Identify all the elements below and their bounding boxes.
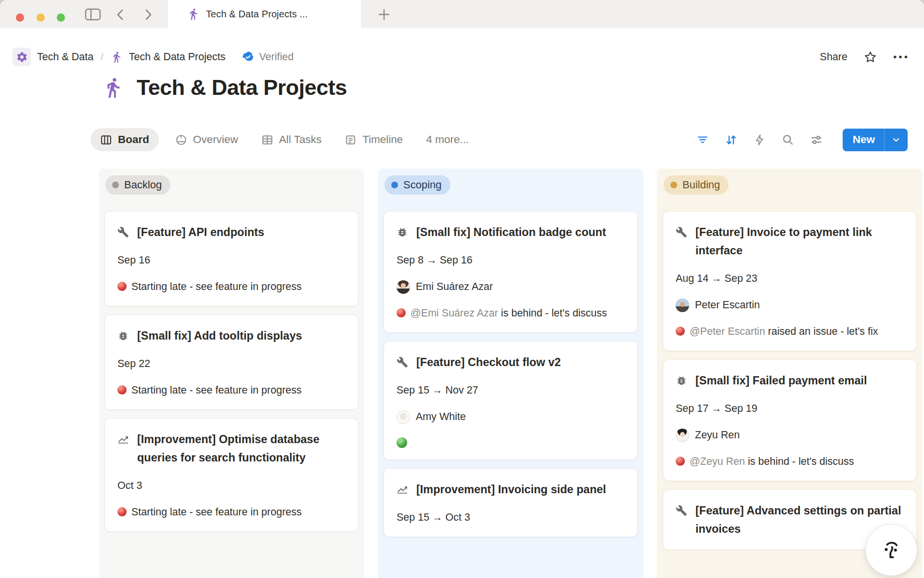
column-backlog: Backlog [Feature] API endpoints Sep 16 S…: [99, 169, 364, 578]
card-title: [Feature] Invoice to payment link interf…: [695, 223, 904, 260]
search-icon[interactable]: [782, 133, 794, 146]
more-views-button[interactable]: 4 more...: [426, 133, 469, 146]
page-header: Tech & Data Projects: [102, 75, 347, 100]
automation-lightning-icon[interactable]: [754, 134, 766, 146]
breadcrumb-page[interactable]: Tech & Data Projects: [129, 51, 226, 63]
sidebar-toggle-icon[interactable]: [85, 8, 101, 21]
kanban-board: Backlog [Feature] API endpoints Sep 16 S…: [99, 169, 923, 578]
view-tab-timeline[interactable]: Timeline: [345, 133, 403, 146]
task-card[interactable]: [Improvement] Invoicing side panel Sep 1…: [384, 468, 638, 537]
card-date: Sep 15 → Oct 3: [397, 510, 625, 525]
board-icon: [100, 134, 112, 146]
wrench-icon: [397, 356, 408, 368]
new-button[interactable]: New: [843, 133, 884, 146]
task-card[interactable]: [Small fix] Add tooltip displays Sep 22 …: [104, 315, 359, 410]
workspace-chip[interactable]: [13, 48, 31, 66]
status-pill-backlog[interactable]: Backlog: [105, 175, 170, 195]
view-tabs: Board Overview All Tasks Timeline 4 more…: [90, 128, 469, 151]
top-bar: Tech & Data / Tech & Data Projects Verif…: [13, 44, 910, 69]
close-window-button[interactable]: [16, 13, 24, 22]
status-dot: [112, 182, 119, 188]
task-card[interactable]: [Small fix] Notification badge count Sep…: [384, 211, 638, 333]
forward-chevron-icon[interactable]: [143, 9, 154, 21]
red-status-icon: [117, 282, 127, 291]
card-date: Sep 22: [117, 356, 346, 371]
column-building: Building [Feature] Invoice to payment li…: [657, 169, 923, 578]
view-tab-all-tasks[interactable]: All Tasks: [261, 133, 321, 146]
avatar: [397, 280, 410, 294]
avatar: [397, 410, 410, 424]
minimize-window-button[interactable]: [37, 13, 45, 22]
chevron-down-icon: [891, 135, 901, 144]
task-card[interactable]: [Small fix] Failed payment email Sep 17 …: [663, 359, 917, 481]
page-runner-icon: [102, 77, 124, 99]
task-card[interactable]: [Feature] Checkout flow v2 Sep 15 → Nov …: [384, 341, 638, 460]
card-assignee: Zeyu Ren: [676, 428, 904, 443]
overview-icon: [175, 134, 187, 146]
page-title: Tech & Data Projects: [137, 75, 347, 100]
card-title: [Feature] Checkout flow v2: [416, 353, 561, 371]
new-tab-icon[interactable]: [378, 8, 390, 21]
breadcrumb-workspace[interactable]: Tech & Data: [37, 51, 93, 63]
card-date: Sep 17 → Sep 19: [676, 401, 904, 416]
view-tab-board[interactable]: Board: [90, 128, 159, 151]
sort-icon[interactable]: [725, 133, 738, 146]
red-status-icon: [676, 457, 685, 466]
runner-icon: [111, 51, 123, 63]
card-status: Starting late - see feature in progress: [117, 383, 346, 398]
status-pill-scoping[interactable]: Scoping: [385, 175, 450, 195]
verified-badge[interactable]: Verified: [242, 51, 294, 63]
card-title: [Small fix] Add tooltip displays: [137, 327, 302, 345]
card-status: [397, 436, 625, 448]
card-status: Starting late - see feature in progress: [117, 505, 346, 520]
improvement-icon: [397, 484, 408, 495]
verified-label: Verified: [259, 51, 294, 63]
timeline-icon: [345, 134, 357, 146]
favorite-star-icon[interactable]: [864, 51, 877, 64]
share-button[interactable]: Share: [820, 51, 847, 63]
browser-tab[interactable]: Tech & Data Projects ...: [168, 0, 361, 28]
card-date: Sep 16: [117, 253, 346, 268]
window-chrome: Tech & Data Projects ...: [0, 0, 924, 28]
filter-icon[interactable]: [696, 133, 709, 146]
card-status: Starting late - see feature in progress: [117, 279, 346, 294]
task-card[interactable]: [Improvement] Optimise database queries …: [104, 418, 359, 532]
improvement-icon: [117, 434, 129, 445]
notion-window: Tech & Data Projects ... Tech & Data / T…: [0, 0, 924, 578]
breadcrumb: Tech & Data / Tech & Data Projects Verif…: [13, 48, 294, 66]
task-card[interactable]: [Feature] Invoice to payment link interf…: [663, 211, 917, 351]
card-status: @Zeyu Ren is behind - let's discuss: [676, 454, 904, 469]
card-title: [Improvement] Optimise database queries …: [137, 430, 346, 467]
green-status-icon: [397, 437, 407, 448]
runner-icon: [187, 8, 200, 20]
card-status: @Peter Escartin raised an issue - let's …: [676, 324, 904, 339]
avatar: [676, 299, 689, 312]
more-options-icon[interactable]: •••: [893, 51, 910, 63]
red-status-icon: [117, 507, 127, 516]
zoom-window-button[interactable]: [57, 13, 65, 22]
wrench-icon: [676, 226, 687, 238]
red-status-icon: [397, 308, 406, 317]
column-scoping: Scoping [Small fix] Notification badge c…: [378, 169, 643, 578]
new-dropdown-button[interactable]: [885, 135, 908, 144]
bug-icon: [397, 226, 408, 238]
card-title: [Feature] API endpoints: [137, 223, 264, 241]
ai-face-icon: [876, 535, 906, 565]
card-status: @Emi Suárez Azar is behind - let's discu…: [397, 306, 625, 321]
status-pill-building[interactable]: Building: [664, 175, 729, 195]
notion-ai-button[interactable]: [865, 524, 917, 576]
task-card[interactable]: [Feature] API endpoints Sep 16 Starting …: [104, 211, 359, 306]
card-assignee: Amy White: [397, 409, 625, 424]
tab-title: Tech & Data Projects ...: [206, 9, 308, 20]
back-chevron-icon[interactable]: [115, 9, 126, 21]
toolbar: New: [696, 129, 908, 151]
new-button-group: New: [843, 129, 908, 151]
views-toolbar: Board Overview All Tasks Timeline 4 more…: [90, 125, 908, 154]
gear-icon: [16, 51, 28, 63]
red-status-icon: [117, 385, 127, 394]
avatar: [676, 429, 689, 442]
card-date: Sep 15 → Nov 27: [397, 383, 625, 398]
view-settings-sliders-icon[interactable]: [810, 133, 823, 146]
status-dot: [391, 182, 398, 188]
view-tab-overview[interactable]: Overview: [175, 133, 238, 146]
